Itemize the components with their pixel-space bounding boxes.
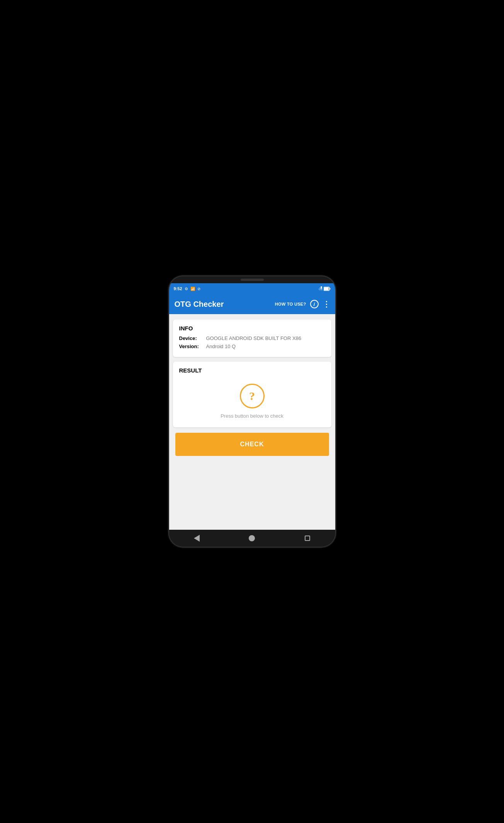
check-button-container: CHECK xyxy=(173,433,331,456)
app-title: OTG Checker xyxy=(175,300,224,309)
blocked-icon: ⊘ xyxy=(197,287,200,291)
result-card-title: RESULT xyxy=(179,367,325,374)
version-label: Version: xyxy=(179,343,206,349)
how-to-use-label[interactable]: HOW TO USE? xyxy=(275,302,306,306)
question-mark: ? xyxy=(249,389,255,403)
status-time: 9:52 xyxy=(174,286,182,291)
info-icon[interactable]: i xyxy=(310,300,319,308)
nav-recents-button[interactable] xyxy=(300,531,315,546)
nav-back-button[interactable] xyxy=(189,531,204,546)
info-card-title: INFO xyxy=(179,325,325,332)
phone-frame: 9:52 ⚙ 📶 ⊘ OTG Checker xyxy=(169,276,335,547)
bottom-nav xyxy=(169,530,335,547)
wifi-calling-icon: 📶 xyxy=(190,287,195,291)
settings-icon: ⚙ xyxy=(185,287,188,291)
version-value: Android 10 Q xyxy=(206,343,325,349)
more-menu-icon[interactable]: ⋮ xyxy=(322,299,330,309)
question-circle-icon: ? xyxy=(240,384,265,408)
nav-home-button[interactable] xyxy=(244,531,260,546)
svg-rect-4 xyxy=(324,287,329,290)
device-label: Device: xyxy=(179,335,206,341)
device-row: Device: GOOGLE ANDROID SDK BUILT FOR X86 xyxy=(179,335,325,341)
phone-top-bar xyxy=(169,276,335,283)
device-value: GOOGLE ANDROID SDK BUILT FOR X86 xyxy=(206,335,325,341)
result-card: RESULT ? Press button below to check xyxy=(173,362,331,427)
status-left: 9:52 ⚙ 📶 ⊘ xyxy=(174,286,200,291)
signal-icon xyxy=(317,286,322,291)
status-right xyxy=(317,286,331,291)
recents-icon xyxy=(305,536,310,541)
back-icon xyxy=(194,535,200,542)
version-row: Version: Android 10 Q xyxy=(179,343,325,349)
svg-rect-5 xyxy=(329,288,330,289)
speaker-notch xyxy=(241,279,264,281)
check-button[interactable]: CHECK xyxy=(175,433,329,456)
phone-screen: 9:52 ⚙ 📶 ⊘ OTG Checker xyxy=(169,283,335,547)
home-icon xyxy=(249,535,255,541)
info-card: INFO Device: GOOGLE ANDROID SDK BUILT FO… xyxy=(173,320,331,357)
app-bar: OTG Checker HOW TO USE? i ⋮ xyxy=(169,294,335,314)
result-content: ? Press button below to check xyxy=(179,377,325,422)
result-hint: Press button below to check xyxy=(221,413,283,419)
app-bar-actions: HOW TO USE? i ⋮ xyxy=(275,299,330,309)
battery-icon xyxy=(324,287,331,291)
svg-marker-2 xyxy=(318,289,320,291)
main-content: INFO Device: GOOGLE ANDROID SDK BUILT FO… xyxy=(169,314,335,530)
status-bar: 9:52 ⚙ 📶 ⊘ xyxy=(169,283,335,294)
